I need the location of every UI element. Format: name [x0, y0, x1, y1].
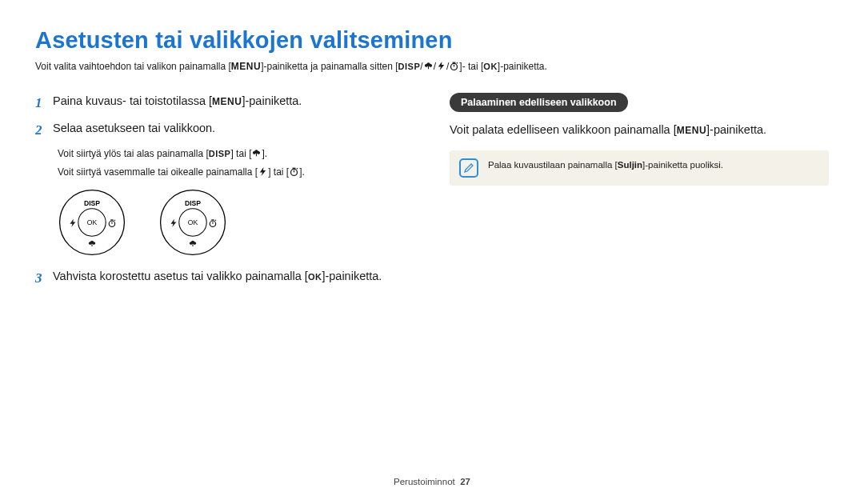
n1a: Voit siirtyä ylös tai alas painamalla [ [58, 148, 209, 159]
disp-icon: DISP [209, 149, 231, 158]
rta: Voit palata edelliseen valikkoon painama… [450, 123, 677, 136]
page-title: Asetusten tai valikkojen valitseminen [35, 27, 829, 54]
step-3: 3 Vahvista korostettu asetus tai valikko… [35, 268, 427, 289]
dial-illustrations: DISP OK DISP OK [58, 188, 427, 257]
note-icon [459, 158, 478, 178]
s3b: ]-painiketta. [322, 270, 382, 282]
flash-icon [258, 166, 268, 182]
dial-disp-label: DISP [84, 198, 100, 206]
s1b: ]-painiketta. [242, 94, 302, 107]
svg-text:DISP: DISP [185, 198, 201, 206]
n1b: ] tai [ [230, 148, 251, 159]
menu-icon: MENU [212, 96, 242, 107]
callout-text: Palaa kuvaustilaan painamalla [Suljin]-p… [488, 158, 723, 171]
step-1-text: Paina kuvaus- tai toistotilassa [MENU]-p… [53, 93, 302, 114]
timer-icon [449, 61, 459, 75]
intro-a: Voit valita vaihtoehdon tai valikon pain… [35, 61, 231, 72]
cb: ]-painiketta puoliksi. [642, 160, 723, 170]
flower-icon [423, 61, 434, 75]
ca: Palaa kuvaustilaan painamalla [ [488, 160, 618, 170]
note-callout: Palaa kuvaustilaan painamalla [Suljin]-p… [450, 150, 829, 186]
footer-page-number: 27 [460, 477, 470, 486]
ok-icon: OK [308, 272, 322, 282]
step-number: 1 [35, 93, 46, 114]
step-1: 1 Paina kuvaus- tai toistotilassa [MENU]… [35, 93, 427, 114]
n2b: ] tai [ [268, 166, 289, 178]
svg-text:OK: OK [188, 218, 198, 226]
flash-icon [436, 61, 446, 75]
n2a: Voit siirtyä vasemmalle tai oikealle pai… [58, 166, 258, 178]
page-footer: Perustoiminnot 27 [0, 477, 864, 486]
n2c: ]. [299, 166, 305, 178]
dial-icon: DISP OK [58, 188, 126, 257]
dial-icon: DISP OK [158, 188, 227, 257]
flower-icon [251, 148, 262, 163]
intro-d: ]-painiketta. [498, 61, 547, 72]
intro-c: ]- tai [ [459, 61, 483, 72]
n1c: ]. [262, 148, 267, 159]
step-2: 2 Selaa asetukseen tai valikkoon. [35, 120, 427, 141]
menu-icon: MENU [231, 61, 261, 72]
step-number: 3 [35, 268, 46, 289]
menu-icon: MENU [677, 125, 706, 136]
s3a: Vahvista korostettu asetus tai valikko p… [53, 270, 308, 282]
step-2-note-2: Voit siirtyä vasemmalle tai oikealle pai… [58, 165, 427, 182]
ok-icon: OK [483, 62, 498, 71]
left-column: 1 Paina kuvaus- tai toistotilassa [MENU]… [35, 93, 427, 294]
section-pill: Palaaminen edelliseen valikkoon [450, 93, 628, 112]
dial-ok-label: OK [87, 218, 98, 226]
rtb: ]-painiketta. [706, 123, 766, 136]
footer-section: Perustoiminnot [394, 477, 455, 486]
suljin-label: Suljin [618, 160, 642, 170]
right-text: Voit palata edelliseen valikkoon painama… [450, 122, 829, 139]
intro-b: ]-painiketta ja painamalla sitten [ [261, 61, 398, 72]
intro-text: Voit valita vaihtoehdon tai valikon pain… [35, 60, 829, 75]
step-number: 2 [35, 120, 46, 141]
step-2-text: Selaa asetukseen tai valikkoon. [53, 120, 215, 141]
right-column: Palaaminen edelliseen valikkoon Voit pal… [450, 93, 829, 294]
step-3-text: Vahvista korostettu asetus tai valikko p… [53, 268, 382, 289]
step-2-note-1: Voit siirtyä ylös tai alas painamalla [D… [58, 146, 427, 163]
s1a: Paina kuvaus- tai toistotilassa [ [53, 94, 212, 107]
disp-icon: DISP [398, 62, 421, 71]
timer-icon [289, 166, 299, 182]
